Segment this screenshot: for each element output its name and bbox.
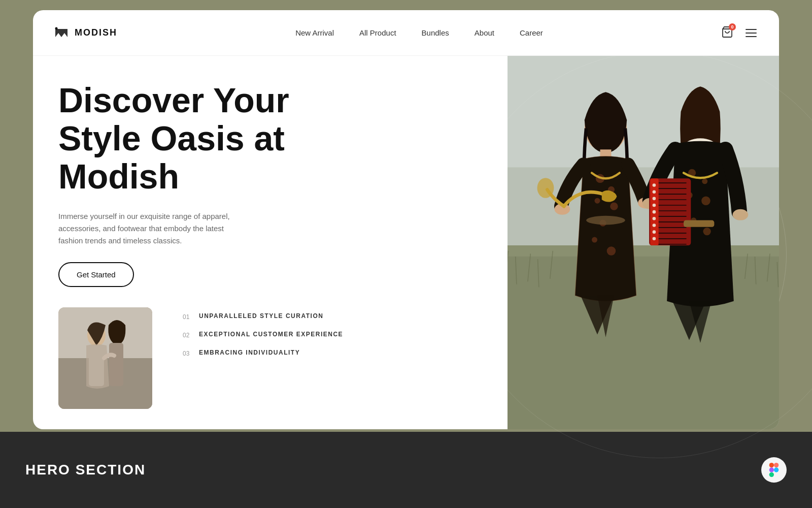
svg-point-35 [537, 178, 554, 198]
svg-point-61 [653, 190, 656, 194]
svg-rect-71 [774, 463, 779, 467]
feature-num-3: 03 [183, 350, 193, 357]
feature-label-3: EMBRACING INDIVIDUALITY [199, 349, 300, 356]
fashion-scene-svg [507, 56, 779, 429]
feature-item-2: 02 EXCEPTIONAL CUSTOMER EXPERIENCE [183, 331, 343, 339]
svg-point-32 [586, 216, 625, 225]
main-card: MODISH New Arrival All Product Bundles A… [33, 10, 779, 429]
svg-rect-69 [684, 220, 714, 227]
hero-title: Discover Your Style Oasis at Modish [58, 81, 363, 195]
svg-point-74 [774, 467, 779, 472]
figma-icon-button[interactable] [761, 457, 787, 483]
logo-icon [53, 25, 70, 41]
logo-text: MODISH [75, 27, 117, 38]
svg-rect-72 [769, 467, 774, 472]
hero-image-background [507, 56, 779, 429]
hamburger-menu[interactable] [743, 27, 759, 39]
svg-rect-73 [769, 472, 774, 477]
nav-link-new-arrival[interactable]: New Arrival [295, 28, 334, 37]
small-fashion-image [58, 307, 152, 409]
hero-right-image [507, 56, 779, 429]
feature-num-1: 01 [183, 313, 193, 321]
nav-right: 0 [721, 26, 759, 40]
nav-link-all-product[interactable]: All Product [359, 28, 396, 37]
svg-point-28 [610, 203, 618, 210]
svg-rect-7 [109, 343, 123, 386]
nav-link-career[interactable]: Career [520, 28, 543, 37]
hero-body: Discover Your Style Oasis at Modish Imme… [33, 56, 779, 429]
svg-point-45 [733, 209, 749, 220]
svg-point-41 [701, 196, 710, 205]
feature-label-2: EXCEPTIONAL CUSTOMER EXPERIENCE [199, 331, 343, 338]
bottom-bar: HERO SECTION [0, 432, 812, 508]
svg-point-67 [653, 230, 656, 234]
svg-point-60 [653, 183, 656, 187]
svg-point-30 [592, 237, 597, 243]
hamburger-line-1 [746, 29, 757, 30]
svg-point-63 [653, 204, 656, 207]
svg-point-66 [653, 224, 656, 227]
svg-point-62 [653, 197, 656, 201]
feature-num-2: 02 [183, 332, 193, 339]
nav-link-about[interactable]: About [475, 28, 494, 37]
feature-item-1: 01 UNPARALLELED STYLE CURATION [183, 312, 343, 321]
svg-point-0 [55, 27, 58, 29]
feature-label-1: UNPARALLELED STYLE CURATION [199, 312, 323, 320]
svg-point-27 [595, 198, 600, 204]
svg-point-68 [653, 237, 656, 241]
svg-point-64 [653, 210, 656, 214]
features-list: 01 UNPARALLELED STYLE CURATION 02 EXCEPT… [183, 307, 343, 357]
navbar: MODISH New Arrival All Product Bundles A… [33, 10, 779, 56]
hero-description: Immerse yourself in our exquisite range … [58, 210, 231, 247]
svg-point-65 [653, 217, 656, 220]
feature-item-3: 03 EMBRACING INDIVIDUALITY [183, 349, 343, 357]
cart-button[interactable]: 0 [721, 26, 733, 40]
svg-rect-12 [507, 257, 779, 429]
svg-point-39 [702, 178, 707, 184]
svg-point-43 [703, 228, 710, 235]
nav-link-bundles[interactable]: Bundles [422, 28, 449, 37]
hero-bottom: 01 UNPARALLELED STYLE CURATION 02 EXCEPT… [58, 307, 482, 409]
hamburger-line-3 [746, 36, 757, 37]
small-image-placeholder [58, 307, 152, 409]
logo[interactable]: MODISH [53, 25, 117, 41]
svg-rect-70 [769, 463, 774, 467]
couple-svg [58, 307, 152, 409]
get-started-button[interactable]: Get Started [58, 262, 134, 287]
nav-links: New Arrival All Product Bundles About Ca… [295, 28, 543, 37]
svg-point-31 [607, 246, 616, 256]
bottom-label: HERO SECTION [25, 462, 146, 478]
figma-logo [767, 463, 781, 477]
hamburger-line-2 [746, 33, 757, 34]
cart-badge: 0 [729, 23, 736, 30]
hero-left: Discover Your Style Oasis at Modish Imme… [33, 56, 507, 429]
